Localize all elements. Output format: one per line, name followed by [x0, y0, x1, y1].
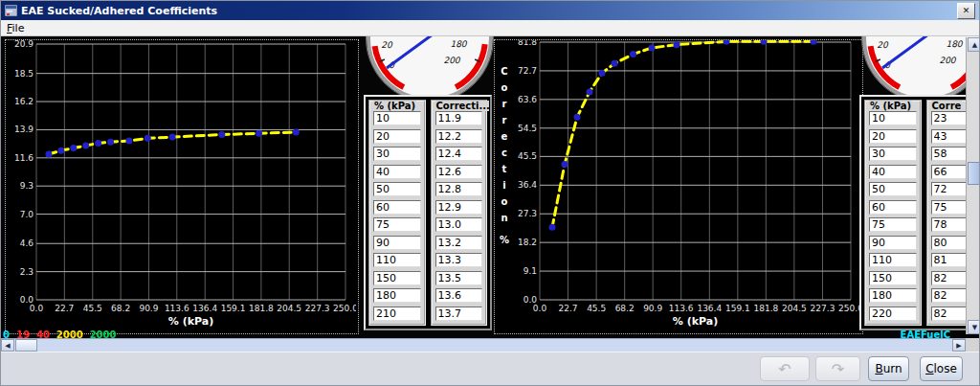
bottom-button-bar: ↶ ↷ Burn Close	[1, 352, 979, 386]
scroll-down-icon[interactable]: ▼	[968, 320, 980, 334]
table-cell-input[interactable]	[373, 200, 421, 215]
close-icon[interactable]: ✕	[957, 3, 975, 19]
chart-point[interactable]	[724, 40, 730, 45]
chart-point[interactable]	[82, 143, 89, 149]
scroll-right-icon[interactable]: ▶	[952, 339, 966, 352]
table-cell-input[interactable]	[373, 236, 421, 250]
table-cell-input[interactable]	[869, 271, 917, 285]
svg-text:e: e	[501, 131, 508, 142]
chart-point[interactable]	[218, 131, 225, 138]
chart-point[interactable]	[562, 161, 568, 168]
chart-point[interactable]	[549, 224, 556, 231]
table-cell-input[interactable]	[869, 200, 917, 215]
chart-point[interactable]	[630, 51, 636, 57]
burn-button[interactable]: Burn	[868, 356, 909, 381]
chart-point[interactable]	[599, 70, 606, 77]
table-cell-input[interactable]	[869, 111, 917, 125]
scrollbar-corner	[966, 338, 980, 352]
chart-point[interactable]	[649, 44, 656, 51]
table-cell-input[interactable]	[869, 288, 917, 303]
scroll-left-icon[interactable]: ◀	[1, 339, 14, 352]
status-value: 2000	[90, 330, 117, 338]
table-cell-input[interactable]	[373, 165, 421, 179]
column-header: Corre	[931, 101, 963, 111]
svg-text:54.5: 54.5	[518, 124, 537, 133]
chart-point[interactable]	[574, 114, 581, 121]
scroll-up-icon[interactable]: ▲	[968, 37, 980, 52]
chart-point[interactable]	[811, 40, 817, 45]
svg-text:7.0: 7.0	[20, 210, 34, 219]
chart-point[interactable]	[256, 130, 262, 137]
svg-text:159.1: 159.1	[221, 304, 246, 313]
svg-text:0.0: 0.0	[533, 304, 547, 313]
table-cell-input[interactable]	[435, 182, 483, 196]
table-cell-input[interactable]	[435, 288, 483, 303]
chart-point[interactable]	[587, 88, 593, 95]
horizontal-scrollbar[interactable]: ◀ ▶	[1, 338, 966, 352]
table-cell-input[interactable]	[869, 307, 917, 321]
table-cell-input[interactable]	[869, 217, 917, 232]
svg-text:r: r	[502, 115, 507, 125]
chart-point[interactable]	[125, 137, 132, 144]
table-cell-input[interactable]	[435, 129, 483, 144]
table-cell-input[interactable]	[373, 271, 421, 285]
undo-icon[interactable]: ↶	[760, 356, 810, 381]
svg-text:9.3: 9.3	[20, 181, 33, 191]
table-cell-input[interactable]	[869, 236, 917, 250]
chart-point[interactable]	[145, 135, 151, 142]
svg-text:22.7: 22.7	[558, 304, 577, 313]
vertical-scrollbar-thumb[interactable]	[968, 162, 980, 185]
table-cell-input[interactable]	[869, 147, 917, 161]
chart-point[interactable]	[57, 148, 64, 154]
table-cell-input[interactable]	[435, 200, 483, 215]
chart-point[interactable]	[107, 139, 114, 146]
svg-text:% (kPa): % (kPa)	[168, 315, 213, 328]
table-cell-input[interactable]	[373, 288, 421, 303]
table-cell-input[interactable]	[373, 129, 421, 144]
chart-point[interactable]	[612, 60, 618, 67]
chart-point[interactable]	[95, 140, 101, 147]
horizontal-scrollbar-thumb[interactable]	[15, 339, 37, 352]
table-cell-input[interactable]	[435, 253, 483, 267]
gauge-tick-label: 180	[450, 39, 467, 49]
svg-text:16.2: 16.2	[14, 97, 33, 106]
table-cell-input[interactable]	[373, 307, 421, 321]
table-cell-input[interactable]	[435, 217, 483, 232]
table-cell-input[interactable]	[869, 165, 917, 179]
chart-point[interactable]	[674, 41, 680, 48]
table-cell-input[interactable]	[869, 253, 917, 267]
left-curve-chart[interactable]: 0.022.745.568.290.9113.6136.4159.1181.82…	[6, 40, 356, 331]
svg-text:250.0: 250.0	[333, 304, 356, 313]
table-cell-input[interactable]	[373, 147, 421, 161]
table-cell-input[interactable]	[869, 182, 917, 196]
svg-text:o: o	[501, 82, 508, 93]
status-value: 19	[16, 330, 30, 338]
redo-icon[interactable]: ↷	[815, 356, 860, 381]
table-cell-input[interactable]	[435, 111, 483, 125]
column-header: Correcti...	[435, 101, 489, 111]
table-cell-input[interactable]	[373, 111, 421, 125]
table-cell-input[interactable]	[435, 271, 483, 285]
right-curve-panel: 0.022.745.568.290.9113.6136.4159.1181.82…	[494, 39, 863, 334]
table-cell-input[interactable]	[869, 129, 917, 144]
table-cell-input[interactable]	[435, 165, 483, 179]
svg-text:81.8: 81.8	[518, 40, 537, 47]
svg-text:68.2: 68.2	[615, 304, 635, 313]
table-cell-input[interactable]	[373, 217, 421, 232]
svg-text:%: %	[500, 235, 509, 245]
menu-item-file[interactable]: File	[7, 22, 24, 34]
vertical-scrollbar[interactable]: ▲ ▼	[966, 37, 980, 334]
chart-point[interactable]	[45, 150, 52, 157]
table-cell-input[interactable]	[435, 147, 483, 161]
middle-gauge: 20 0 180 200	[366, 36, 494, 103]
table-cell-input[interactable]	[435, 307, 483, 321]
right-curve-chart[interactable]: 0.022.745.568.290.9113.6136.4159.1181.82…	[495, 40, 860, 331]
table-cell-input[interactable]	[435, 236, 483, 250]
chart-point[interactable]	[293, 128, 300, 135]
chart-point[interactable]	[169, 134, 176, 141]
table-cell-input[interactable]	[373, 253, 421, 267]
close-button[interactable]: Close	[920, 356, 963, 381]
left-curve-panel: 0.022.745.568.290.9113.6136.4159.1181.82…	[5, 39, 359, 334]
table-cell-input[interactable]	[373, 182, 421, 196]
chart-point[interactable]	[70, 145, 77, 151]
